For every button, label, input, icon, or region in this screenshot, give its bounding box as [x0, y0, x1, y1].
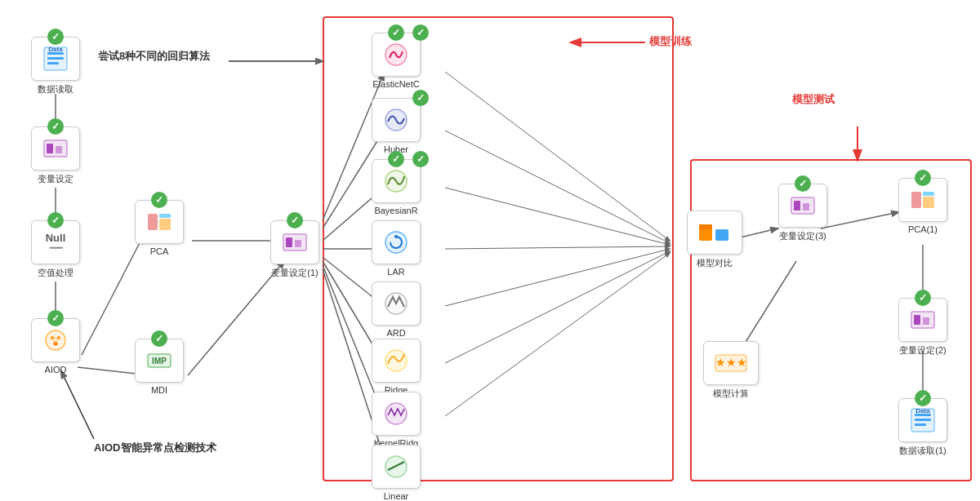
check-var-set: ✓: [47, 118, 64, 135]
svg-rect-72: [911, 192, 921, 208]
svg-rect-33: [47, 57, 64, 60]
label-linear: Linear: [384, 491, 409, 501]
check-aiod: ✓: [47, 310, 64, 326]
check-data-fetch1: ✓: [915, 390, 931, 406]
node-data-fetch1[interactable]: ✓ Data 数据读取(1): [894, 398, 951, 457]
check-mdi: ✓: [151, 330, 167, 347]
check-pca: ✓: [151, 192, 167, 208]
svg-text:★★★: ★★★: [715, 356, 747, 369]
check-var-set3: ✓: [795, 175, 811, 192]
check-data-fetch: ✓: [47, 29, 64, 45]
node-bayesian[interactable]: ✓ BayesianR ✓: [368, 159, 425, 215]
svg-rect-70: [794, 201, 800, 211]
node-elastic[interactable]: ✓ ElasticNetC ✓: [368, 33, 425, 89]
label-bayesian: BayesianR: [374, 206, 417, 215]
svg-line-30: [61, 371, 94, 439]
label-var-set2: 变量设定(2): [899, 344, 946, 357]
label-var-set: 变量设定: [38, 173, 74, 185]
node-lar[interactable]: LAR: [368, 220, 425, 277]
canvas: 模型训练 模型测试 尝试8种不同的回归算法 AIOD智能异常点检测技术 ✓ Da…: [0, 0, 980, 501]
svg-text:Data: Data: [48, 46, 63, 53]
node-pca1[interactable]: ✓ PCA(1): [894, 178, 951, 234]
svg-point-39: [46, 330, 65, 350]
label-model-compare: 模型对比: [697, 257, 733, 269]
check-var-set1: ✓: [287, 212, 303, 228]
node-model-calc[interactable]: ★★★ 模型计算: [698, 341, 764, 400]
label-aiod: AIOD: [45, 365, 67, 375]
svg-point-57: [385, 232, 407, 253]
svg-rect-81: [915, 423, 926, 426]
check-pca1: ✓: [915, 170, 931, 186]
svg-rect-74: [923, 192, 934, 196]
node-box-linear: [372, 445, 421, 489]
svg-rect-37: [47, 144, 53, 153]
node-box-lar: [372, 220, 421, 264]
node-data-fetch[interactable]: ✓ Data 数据读取: [27, 37, 84, 95]
node-model-compare[interactable]: 模型对比: [682, 211, 747, 269]
node-box-model-calc: ★★★: [703, 341, 759, 385]
label-data-fetch: 数据读取: [38, 83, 74, 95]
label-mdi: MDI: [151, 385, 167, 395]
test-label: 模型测试: [792, 92, 835, 107]
label-ard: ARD: [386, 328, 405, 338]
svg-rect-46: [148, 214, 158, 230]
node-ard[interactable]: ARD: [368, 282, 425, 338]
check-elastic: ✓: [388, 24, 404, 41]
node-linear[interactable]: Linear: [368, 445, 425, 501]
label-elastic: ElasticNetC: [372, 79, 419, 89]
node-box-ard: [372, 282, 421, 326]
node-mdi[interactable]: ✓ IMP MDI: [131, 339, 188, 395]
svg-rect-66: [699, 224, 712, 229]
node-box-kernel-ridge: [372, 392, 421, 436]
svg-rect-76: [914, 315, 920, 325]
node-huber[interactable]: Huber ✓: [368, 98, 425, 154]
annotation-regression: 尝试8种不同的回归算法: [98, 49, 210, 64]
node-kernel-ridge[interactable]: KernelRidg: [368, 392, 425, 448]
svg-rect-53: [295, 240, 301, 247]
svg-rect-73: [923, 197, 934, 208]
node-box-ridge: [372, 339, 421, 383]
svg-rect-47: [159, 219, 171, 230]
svg-text:IMP: IMP: [152, 357, 167, 366]
node-ridge[interactable]: Ridge: [368, 339, 425, 395]
node-aiod[interactable]: ✓ AIOD: [27, 318, 84, 375]
svg-rect-80: [915, 419, 931, 421]
svg-rect-48: [159, 214, 171, 218]
check-var-set2: ✓: [915, 290, 931, 306]
svg-rect-34: [47, 62, 59, 64]
train-label: 模型训练: [649, 34, 692, 49]
label-data-fetch1: 数据读取(1): [899, 445, 946, 457]
node-box-model-compare: [687, 211, 742, 255]
svg-rect-52: [286, 237, 292, 247]
node-pca[interactable]: ✓ PCA: [131, 200, 188, 256]
check-bayesian: ✓: [388, 151, 404, 167]
label-var-set1: 变量设定(1): [271, 267, 318, 279]
label-null-proc: 空值处理: [38, 267, 74, 279]
check-null-proc: ✓: [47, 212, 64, 228]
svg-text:Data: Data: [915, 407, 930, 415]
node-null-proc[interactable]: ✓ Null ━━━ 空值处理: [27, 220, 84, 279]
node-var-set3[interactable]: ✓ 变量设定(3): [774, 184, 831, 242]
svg-rect-71: [803, 203, 809, 211]
node-box-huber: [372, 98, 421, 142]
label-pca1: PCA(1): [908, 224, 938, 234]
label-model-calc: 模型计算: [713, 388, 749, 400]
svg-rect-65: [715, 229, 728, 241]
label-lar: LAR: [387, 267, 404, 277]
node-var-set2[interactable]: ✓ 变量设定(2): [894, 298, 951, 357]
svg-rect-77: [923, 317, 929, 325]
node-var-set[interactable]: ✓ 变量设定: [27, 126, 84, 185]
svg-rect-38: [56, 146, 62, 153]
node-var-set1[interactable]: ✓ 变量设定(1): [266, 220, 323, 279]
label-pca: PCA: [150, 246, 169, 256]
annotation-aiod: AIOD智能异常点检测技术: [94, 441, 216, 455]
label-var-set3: 变量设定(3): [779, 230, 826, 242]
svg-point-59: [394, 235, 398, 238]
